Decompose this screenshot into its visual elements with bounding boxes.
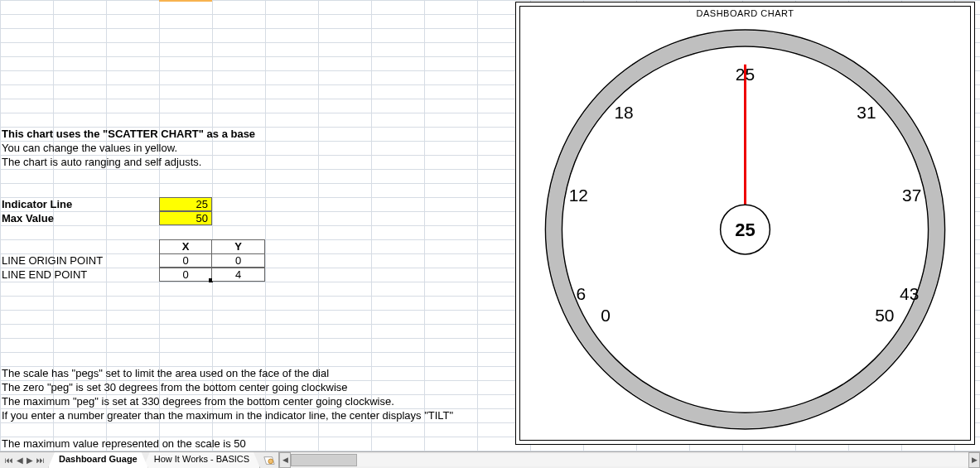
- line-end-label: LINE END POINT: [2, 268, 87, 282]
- tab-nav-first-icon[interactable]: ⏮: [5, 456, 13, 465]
- scroll-left-icon[interactable]: ◀: [279, 452, 291, 468]
- max-label: Max Value: [2, 211, 54, 225]
- intro-line-1: This chart uses the "SCATTER CHART" as a…: [2, 127, 255, 141]
- tick-25: 25: [736, 65, 755, 84]
- tick-37: 37: [902, 186, 921, 205]
- para-3: The maximum "peg" is set at 330 degrees …: [2, 394, 394, 408]
- tick-0: 0: [601, 306, 611, 325]
- tick-12: 12: [569, 186, 588, 205]
- svg-point-0: [268, 459, 273, 464]
- intro-line-3: The chart is auto ranging and self adjus…: [2, 155, 201, 169]
- tab-nav-prev-icon[interactable]: ◀: [17, 456, 23, 465]
- tick-43: 43: [900, 284, 919, 303]
- new-sheet-icon[interactable]: [263, 455, 275, 466]
- para-1: The scale has "pegs" set to limit the ar…: [2, 366, 329, 380]
- col-select-indicator: [159, 0, 212, 2]
- tick-50: 50: [875, 306, 894, 325]
- tab-nav-next-icon[interactable]: ▶: [27, 456, 33, 465]
- scroll-track[interactable]: [291, 454, 968, 466]
- intro-line-2: You can change the values in yellow.: [2, 141, 177, 155]
- scroll-thumb[interactable]: [291, 454, 357, 466]
- tick-31: 31: [857, 103, 876, 122]
- para-4: If you enter a number greater than the m…: [2, 408, 453, 422]
- chart-title: DASHBOARD CHART: [520, 7, 970, 18]
- spreadsheet-grid[interactable]: This chart uses the "SCATTER CHART" as a…: [0, 0, 980, 451]
- scroll-right-icon[interactable]: ▶: [968, 452, 980, 468]
- origin-x-cell[interactable]: 0: [159, 253, 212, 268]
- tick-18: 18: [614, 103, 633, 122]
- line-origin-label: LINE ORIGIN POINT: [2, 253, 103, 268]
- origin-y-cell[interactable]: 0: [212, 253, 265, 268]
- max-value-cell[interactable]: 50: [159, 211, 212, 225]
- gauge-center-value: 25: [735, 220, 755, 240]
- sheet-tab-strip: ⏮ ◀ ▶ ⏭ Dashboard Guage How It Works - B…: [0, 451, 980, 468]
- end-x-cell[interactable]: 0: [159, 268, 212, 282]
- y-header: Y: [212, 239, 265, 253]
- end-y-cell[interactable]: 4: [212, 268, 265, 282]
- sheet-tab-how-it-works[interactable]: How It Works - BASICS: [143, 452, 260, 468]
- sheet-tab-dashboard-gauge[interactable]: Dashboard Guage: [48, 452, 148, 468]
- x-header: X: [159, 239, 212, 253]
- dashboard-chart-frame: DASHBOARD CHART 25 0 6 12 18: [515, 2, 975, 445]
- tick-6: 6: [576, 284, 586, 303]
- tab-nav-last-icon[interactable]: ⏭: [36, 456, 45, 465]
- para-2: The zero "peg" is set 30 degrees from th…: [2, 380, 348, 394]
- tab-nav-buttons: ⏮ ◀ ▶ ⏭: [0, 452, 50, 468]
- para-5: The maximum value represented on the sca…: [2, 437, 246, 451]
- dashboard-chart-inner: DASHBOARD CHART 25 0 6 12 18: [519, 6, 971, 441]
- horizontal-scrollbar[interactable]: ◀ ▶: [278, 452, 980, 468]
- indicator-value-cell[interactable]: 25: [159, 197, 212, 211]
- indicator-label: Indicator Line: [2, 197, 72, 211]
- gauge-chart: 25 0 6 12 18 25 31 37 43 50: [520, 23, 970, 440]
